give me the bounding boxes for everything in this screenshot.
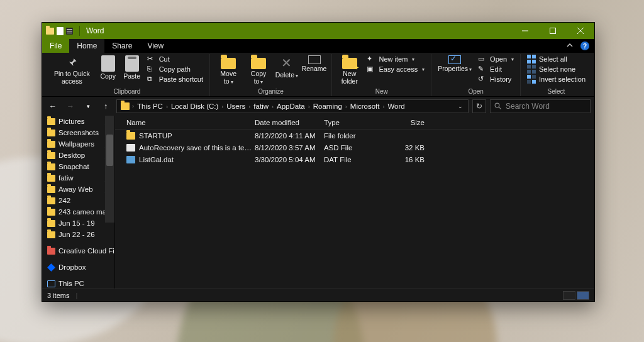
dat-icon (126, 156, 135, 163)
tab-view[interactable]: View (140, 39, 171, 53)
sidebar-item-label: Wallpapers (58, 140, 94, 148)
crumb-segment[interactable]: Local Disk (C:) (168, 102, 221, 110)
cut-button[interactable]: ✂Cut (145, 54, 206, 64)
ribbon-group-new: New folder ✦New item ▣Easy access New (332, 54, 431, 96)
sidebar-item[interactable]: 243 cameo mass (42, 206, 114, 218)
back-button[interactable]: ← (46, 99, 60, 113)
invert-selection-button[interactable]: Invert selection (525, 74, 588, 84)
history-icon: ↺ (478, 75, 487, 84)
scrollbar[interactable] (105, 116, 114, 223)
column-name[interactable]: Name (126, 119, 255, 126)
delete-icon: ✕ (281, 55, 292, 70)
move-icon (221, 58, 236, 69)
sidebar-item[interactable]: Snapchat📌 (42, 161, 114, 172)
file-size: 16 KB (387, 156, 425, 163)
sidebar-item[interactable]: Dropbox (42, 262, 114, 273)
file-type: DAT File (324, 156, 387, 163)
select-all-button[interactable]: Select all (525, 54, 588, 64)
copy-to-button[interactable]: Copy to (244, 54, 272, 86)
column-size[interactable]: Size (387, 119, 425, 126)
scrollbar-thumb[interactable] (106, 135, 113, 166)
tab-file[interactable]: File (42, 39, 69, 53)
copy-button[interactable]: Copy (97, 54, 119, 82)
new-item-button[interactable]: ✦New item (364, 54, 427, 64)
move-to-button[interactable]: Move to (214, 54, 243, 86)
sidebar-item[interactable]: This PC (42, 278, 114, 289)
breadcrumb[interactable]: › This PC›Local Disk (C:)›Users›fatiw›Ap… (116, 99, 469, 113)
doc-icon (126, 144, 135, 152)
crumb-segment[interactable]: AppData (274, 102, 308, 110)
crumb-segment[interactable]: Microsoft (347, 102, 383, 110)
recent-locations-button[interactable]: ▾ (81, 99, 95, 113)
column-date[interactable]: Date modified (255, 119, 324, 126)
table-row[interactable]: AutoRecovery save of this is a test docu… (115, 141, 594, 153)
search-icon (494, 102, 502, 110)
sidebar-item[interactable]: Wallpapers📌 (42, 138, 114, 150)
properties-icon (66, 28, 73, 35)
select-none-button[interactable]: Select none (525, 64, 588, 74)
qat (46, 26, 84, 36)
sidebar-item[interactable]: Screenshots📌 (42, 127, 114, 138)
file-name: ListGal.dat (139, 156, 255, 163)
sidebar-item[interactable]: Desktop📌 (42, 150, 114, 161)
tab-home[interactable]: Home (69, 39, 104, 53)
sidebar-item[interactable]: Away Web📌 (42, 184, 114, 195)
folder-icon (46, 28, 54, 35)
crumb-segment[interactable]: Roaming (310, 102, 345, 110)
delete-button[interactable]: ✕Delete (274, 54, 299, 80)
crumb-segment[interactable]: fatiw (250, 102, 272, 110)
invert-selection-icon (527, 75, 536, 84)
history-button[interactable]: ↺History (475, 74, 516, 84)
sidebar-item[interactable]: Jun 22 - 26 (42, 229, 114, 240)
chevron-down-icon[interactable]: ⌄ (458, 103, 463, 109)
paste-shortcut-button[interactable]: ⧉Paste shortcut (145, 74, 206, 84)
explorer-window: Word File Home Share View ? Pin to Quick… (42, 22, 595, 302)
refresh-button[interactable]: ↻ (472, 99, 486, 113)
collapse-ribbon-button[interactable] (562, 39, 578, 53)
sidebar-item-label: Snapchat (58, 163, 89, 170)
copy-path-icon: ⎘ (147, 65, 156, 74)
new-folder-button[interactable]: New folder (336, 54, 363, 86)
icons-view-button[interactable] (577, 291, 589, 300)
crumb-segment[interactable]: Word (384, 102, 408, 110)
minimize-button[interactable] (511, 23, 539, 39)
details-view-button[interactable] (563, 291, 575, 300)
file-date: 3/30/2020 5:04 AM (255, 156, 324, 163)
maximize-button[interactable] (539, 23, 567, 39)
open-button[interactable]: ▭Open (475, 54, 516, 64)
copy-path-button[interactable]: ⎘Copy path (145, 64, 206, 74)
close-button[interactable] (567, 23, 594, 39)
sidebar-item[interactable]: Pictures📌 (42, 116, 114, 127)
pin-to-quick-access-button[interactable]: Pin to Quick access (48, 54, 96, 86)
table-row[interactable]: STARTUP8/12/2020 4:11 AMFile folder (115, 130, 594, 141)
edit-button[interactable]: ✎Edit (475, 64, 516, 74)
file-date: 8/12/2020 4:11 AM (255, 132, 324, 140)
crumb-segment[interactable]: Users (223, 102, 248, 110)
sidebar-item[interactable]: fatiw📌 (42, 172, 114, 184)
sidebar-item-label: Screenshots (58, 129, 99, 136)
table-row[interactable]: ListGal.dat3/30/2020 5:04 AMDAT File16 K… (115, 153, 594, 165)
sidebar-item[interactable]: Creative Cloud Files (42, 245, 114, 256)
tab-share[interactable]: Share (104, 39, 140, 53)
pin-icon (65, 55, 79, 69)
forward-button[interactable]: → (64, 99, 77, 113)
easy-access-button[interactable]: ▣Easy access (364, 64, 427, 74)
svg-point-1 (495, 103, 499, 108)
open-icon: ▭ (478, 55, 487, 63)
search-input[interactable]: Search Word (490, 99, 591, 113)
properties-button[interactable]: Properties (435, 54, 474, 74)
file-size: 32 KB (387, 144, 425, 152)
up-button[interactable]: ↑ (99, 99, 113, 113)
sidebar-item[interactable]: Jun 15 - 19 (42, 218, 114, 229)
paste-button[interactable]: Paste (121, 54, 143, 82)
dropbox-icon (47, 263, 55, 272)
help-button[interactable]: ? (580, 41, 589, 50)
sidebar-item-label: 242 (58, 197, 70, 204)
column-headers[interactable]: Name Date modified Type Size (115, 116, 594, 130)
crumb-segment[interactable]: This PC (134, 102, 166, 110)
sidebar-item[interactable]: 242 (42, 195, 114, 206)
rename-button[interactable]: Rename (301, 54, 328, 74)
status-text: 3 items (47, 292, 69, 299)
red-icon (47, 248, 55, 255)
column-type[interactable]: Type (324, 119, 387, 126)
